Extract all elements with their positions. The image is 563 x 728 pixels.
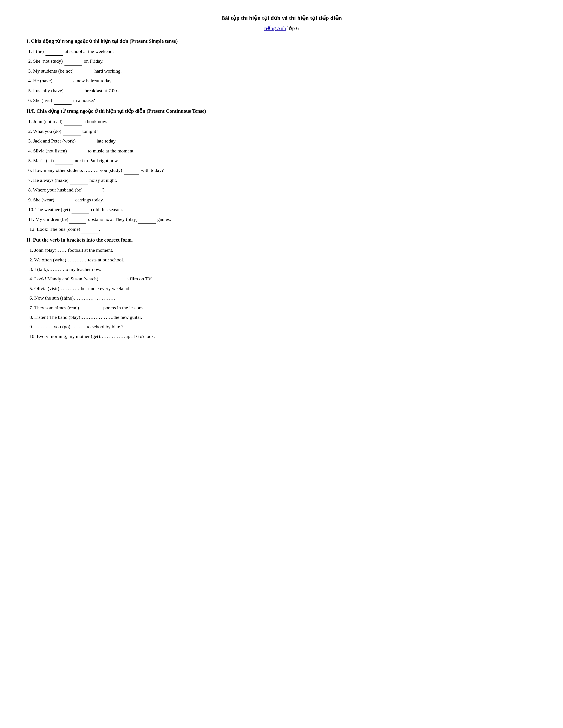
blank [64,57,82,65]
blank [65,86,83,95]
list-item: 7. He always (make) noisy at night. [26,176,537,184]
list-item: 1. I (be) at school at the weekend. [26,47,537,56]
list-item: 2. What you (do) tonight? [26,127,537,135]
list-item: 4. He (have) a new haircut today. [26,77,537,85]
list-item: 10. The weather (get) cold this season. [26,205,537,214]
page-container: Bài tập thì hiện tại đơn và thì hiện tại… [26,13,537,340]
list-item: 6. How many other students ……… you (stud… [26,166,537,174]
list-item: 6. Now the sun (shine)………… ………… [26,294,537,302]
list-item: 8. Where your husband (be) ? [26,186,537,194]
blank [55,156,73,165]
list-item: 2. She (not study) on Friday. [26,57,537,65]
list-item: 9. She (wear) earrings today. [26,196,537,204]
list-item: 3. My students (be not) hard working. [26,67,537,75]
blank [63,127,81,135]
list-item: 11. My children (be) upstairs now. They … [26,215,537,223]
list-item: 5. I usually (have) breakfast at 7.00 . [26,86,537,95]
blank [77,137,95,145]
list-item: 6. She (live) in a house? [26,96,537,105]
blank [45,47,63,56]
section1-heading: I. Chia động từ trong ngoặc ở thì hiện t… [26,37,537,45]
subtitle-rest: lớp 6 [286,25,299,31]
section1-list: 1. I (be) at school at the weekend. 2. S… [26,47,537,105]
section2-list: 1. John (not read) a book now. 2. What y… [26,117,537,234]
blank [84,186,102,194]
blank [68,147,86,155]
list-item: 4. Look! Mandy and Susan (watch)…………..…a… [26,275,537,283]
list-item: 3. I (talk)……….to my teacher now. [26,265,537,273]
blank [71,205,89,214]
list-item: 3. Jack and Peter (work) late today. [26,137,537,145]
list-item: 12. Look! The bus (come) . [26,225,537,233]
list-item: 8. Listen! The band (play)………………..the ne… [26,313,537,321]
list-item: 9. …………you (go)……… to school by bike ?. [26,323,537,331]
blank [70,176,88,184]
subtitle: tiếng Anh lớp 6 [26,24,537,33]
list-item: 7. They sometimes (read)………….. poems in … [26,304,537,312]
blank [81,225,98,233]
blank [69,215,86,223]
list-item: 5. Olivia (visit)………… her uncle every we… [26,284,537,293]
list-item: 4. Silvia (not listen) to music at the m… [26,147,537,155]
blank [56,196,73,204]
subtitle-link[interactable]: tiếng Anh [264,25,286,31]
blank [124,166,139,174]
section3-list: 1. John (play)…….football at the moment.… [26,246,537,340]
list-item: 1. John (not read) a book now. [26,117,537,126]
blank [64,117,82,126]
list-item: 5. Maria (sit) next to Paul right now. [26,156,537,165]
blank [54,96,71,105]
list-item: 10. Every morning, my mother (get)……………u… [26,332,537,340]
section3-heading: II. Put the verb in brackets into the co… [26,236,537,244]
blank [54,77,72,85]
section2-heading: II/I. Chia động từ trong ngoặc ở thì hiệ… [26,107,537,115]
page-title: Bài tập thì hiện tại đơn và thì hiện tại… [26,13,537,23]
blank [75,67,93,75]
list-item: 1. John (play)…….football at the moment. [26,246,537,254]
list-item: 2. We often (write)………….tests at our sch… [26,256,537,264]
blank [138,215,156,223]
